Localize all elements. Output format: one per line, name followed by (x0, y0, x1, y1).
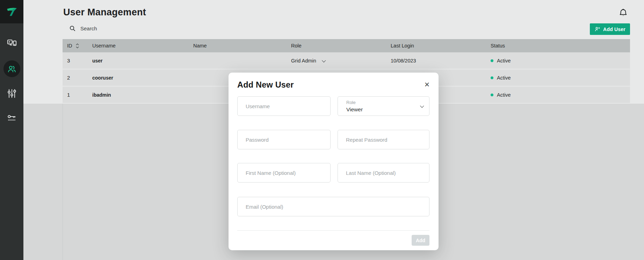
bell-icon (618, 8, 628, 17)
status-label: Active (497, 92, 511, 98)
role-select-value: Viewer (346, 106, 363, 113)
sort-icon (75, 43, 79, 49)
status-label: Active (497, 58, 511, 64)
sidebar-item-users[interactable] (3, 60, 20, 77)
modal-add-button[interactable]: Add (412, 235, 429, 246)
column-header-name[interactable]: Name (193, 43, 291, 49)
column-header-role[interactable]: Role (291, 43, 391, 49)
cell-id: 2 (63, 75, 92, 81)
notifications-button[interactable] (617, 7, 629, 18)
page-title: User Management (63, 7, 146, 18)
email-field-wrap (237, 197, 429, 216)
cell-role: Grid Admin (291, 58, 391, 64)
password-field-wrap (237, 130, 331, 149)
sidebar (0, 0, 23, 260)
cell-last-login: 10/08/2023 (391, 58, 491, 64)
status-dot-icon (491, 76, 493, 79)
cell-username: cooruser (92, 75, 193, 81)
grid-icon (6, 37, 18, 49)
modal-row-4 (237, 197, 429, 216)
column-header-last-login[interactable]: Last Login (391, 43, 491, 49)
role-select[interactable]: Role Viewer (338, 96, 429, 116)
app-logo[interactable] (0, 0, 23, 23)
username-field[interactable] (237, 96, 331, 116)
cell-status: Active (491, 75, 630, 81)
row-role-select[interactable]: Grid Admin (291, 58, 325, 64)
modal-row-2 (237, 130, 429, 149)
modal-row-3 (237, 163, 429, 183)
close-icon[interactable]: ✕ (422, 80, 432, 89)
status-dot-icon (491, 94, 493, 96)
email-field[interactable] (237, 197, 429, 216)
repeat-password-field-wrap (338, 130, 429, 149)
column-header-status[interactable]: Status (491, 43, 630, 49)
search-bar (68, 22, 187, 34)
row-role-value: Grid Admin (291, 58, 316, 64)
table-header-row: ID Username Name Role Last Login Status (63, 39, 630, 52)
username-field-wrap (237, 96, 331, 116)
search-input[interactable] (68, 22, 187, 34)
column-header-id-label: ID (67, 43, 72, 49)
last-name-field-wrap (338, 163, 429, 183)
chevron-down-icon (322, 58, 326, 62)
users-icon (7, 64, 16, 74)
sidebar-item-settings[interactable] (5, 87, 19, 101)
first-name-field[interactable] (237, 163, 331, 183)
sidebar-item-keys[interactable] (5, 111, 19, 125)
cell-id: 1 (63, 92, 92, 98)
logo-icon (5, 5, 19, 18)
modal-title: Add New User (237, 80, 294, 90)
user-plus-icon (594, 26, 600, 32)
cell-username: ibadmin (92, 92, 193, 98)
sidebar-item-grid[interactable] (5, 36, 19, 50)
column-header-username[interactable]: Username (92, 43, 193, 49)
cell-status: Active (491, 92, 630, 98)
add-user-button-label: Add User (603, 27, 625, 32)
column-header-id[interactable]: ID (63, 43, 92, 49)
add-user-button[interactable]: Add User (590, 23, 630, 35)
chevron-down-icon (420, 104, 424, 108)
cell-id: 3 (63, 58, 92, 64)
password-field[interactable] (237, 130, 331, 149)
app-screen: User Management Add User ID (0, 0, 644, 260)
sliders-icon (6, 88, 17, 99)
modal-row-1: Role Viewer (237, 96, 429, 116)
key-icon (6, 112, 17, 124)
cell-username: user (92, 58, 193, 64)
status-dot-icon (491, 59, 493, 62)
role-select-label: Role (346, 100, 356, 105)
add-user-modal: Add New User ✕ Role Viewer (229, 73, 439, 250)
status-label: Active (497, 75, 511, 81)
first-name-field-wrap (237, 163, 331, 183)
repeat-password-field[interactable] (338, 130, 429, 149)
table-row[interactable]: 3userGrid Admin10/08/2023Active (63, 52, 630, 69)
modal-footer-divider (237, 230, 429, 231)
cell-status: Active (491, 58, 630, 64)
last-name-field[interactable] (338, 163, 429, 183)
